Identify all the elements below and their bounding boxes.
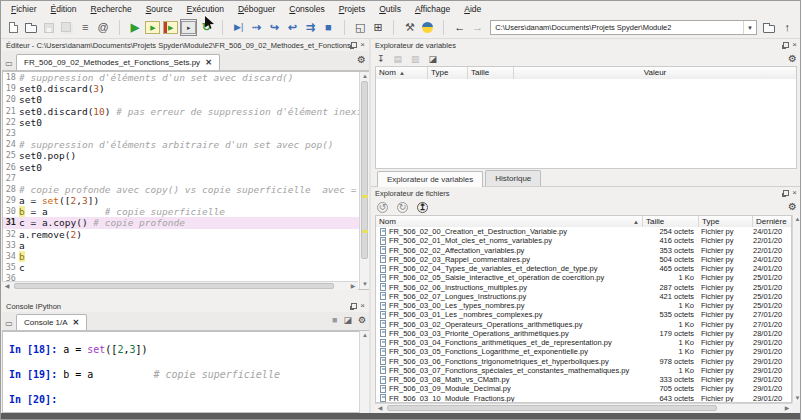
scroll-up-arrow-icon[interactable]: ▲ (793, 215, 801, 224)
parent-directory-icon[interactable]: ↥ (417, 202, 428, 213)
save-file-icon[interactable] (41, 19, 58, 36)
menu-deboguer[interactable]: Déboguer (232, 2, 281, 16)
save-all-icon[interactable] (59, 19, 76, 36)
file-row[interactable]: FR_506_02_06_Instructions_multiples.py28… (376, 283, 791, 292)
scrollbar-thumb[interactable] (387, 405, 717, 411)
file-row[interactable]: FR_506_02_02_Affectation_variables.py353… (376, 246, 791, 255)
debug-step-return-icon[interactable]: ↩ (284, 19, 301, 36)
file-row[interactable]: FR_506_02_05_Saisie_interactive_et_opéra… (376, 273, 791, 282)
save-data-icon[interactable]: ▤ (394, 54, 403, 64)
debug-stop-icon[interactable]: ■ (320, 19, 337, 36)
file-explorer-gear-icon[interactable]: ⚙ (788, 201, 797, 212)
menu-aide[interactable]: Aide (458, 2, 487, 16)
variable-table-body[interactable] (375, 79, 797, 169)
run-cell-advance-icon[interactable]: ▶ (162, 19, 179, 36)
file-switcher-icon[interactable]: ≡ (77, 19, 94, 36)
menu-projets[interactable]: Projets (333, 2, 371, 16)
file-row[interactable]: FR_506_03_08_Math_vs_CMath.py333 octetsF… (376, 375, 791, 384)
tab-close-icon[interactable]: ✕ (205, 58, 212, 67)
console-tab[interactable]: Console 1/A ✕ (16, 314, 87, 330)
menu-recherche[interactable]: Recherche (85, 2, 138, 16)
console-vertical-scrollbar[interactable]: ▲ (359, 331, 369, 413)
browse-tabs-icon[interactable]: ▭ (2, 319, 16, 330)
file-list-vertical-scrollbar[interactable]: ▲ ▼ (792, 215, 801, 403)
scroll-right-arrow-icon[interactable]: ▶ (782, 404, 792, 413)
close-icon[interactable]: × (360, 303, 365, 309)
browse-working-directory-icon[interactable] (761, 19, 778, 36)
parent-directory-icon[interactable]: ↑ (779, 19, 796, 36)
new-file-icon[interactable] (5, 19, 22, 36)
editor-file-tab[interactable]: FR_506_09_02_Methodes_et_Fonctions_Sets.… (16, 54, 220, 70)
import-data-icon[interactable]: ↧ (377, 54, 385, 64)
fullscreen-icon[interactable]: ⊞ (370, 19, 387, 36)
close-icon[interactable]: × (792, 190, 797, 196)
file-row[interactable]: FR_506_03_01_Les _nombres_complexes.py53… (376, 310, 791, 319)
debug-file-icon[interactable]: ▶| (230, 19, 247, 36)
undock-icon[interactable] (783, 190, 789, 196)
variable-explorer-gear-icon[interactable]: ⚙ (788, 53, 797, 64)
run-file-icon[interactable]: ▶ (127, 19, 144, 36)
file-row[interactable]: FR_506_02_04_Types_de_variables_et_detec… (376, 264, 791, 273)
scrollbar-thumb[interactable] (14, 283, 334, 289)
file-row[interactable]: FR_506_03_04_Fonctions_arithmétiques_et_… (376, 338, 791, 347)
file-row[interactable]: FR_506_03_02_Operateurs_Operations_arith… (376, 320, 791, 329)
file-list-horizontal-scrollbar[interactable]: ◀ ▶ (375, 403, 792, 412)
menu-outils[interactable]: Outils (373, 2, 407, 16)
file-row[interactable]: FR_506_03_06_Fonctions_trigonometriques_… (376, 357, 791, 366)
file-list[interactable]: FR_506_02_00_Creation_et_Destruction_Var… (375, 227, 792, 403)
scroll-left-arrow-icon[interactable]: ◀ (375, 404, 385, 413)
file-row[interactable]: FR_506_02_00_Creation_et_Destruction_Var… (376, 227, 791, 236)
console-options-gear-icon[interactable]: ⚙ (358, 315, 366, 325)
menu-edition[interactable]: Édition (45, 2, 83, 16)
browse-tabs-icon[interactable]: ▭ (2, 59, 16, 70)
undock-icon[interactable] (351, 42, 357, 48)
menu-source[interactable]: Source (140, 2, 179, 16)
scroll-down-arrow-icon[interactable]: ▼ (793, 394, 801, 403)
column-header-size[interactable]: Taille (468, 67, 514, 79)
editor-vertical-scrollbar[interactable]: ▲ ▼ (359, 72, 369, 289)
column-header-name[interactable]: Nom▲ (376, 67, 428, 79)
back-arrow-icon[interactable]: ← (451, 19, 468, 36)
file-row[interactable]: FR_506_02_01_Mot_cles_et_noms_variables.… (376, 236, 791, 245)
file-row[interactable]: FR_506_03_05_Fonctions_Logarithme_et_exp… (376, 347, 791, 356)
debug-step-into-icon[interactable]: ↪ (266, 19, 283, 36)
combo-dropdown-arrow-icon[interactable]: ▼ (743, 21, 756, 34)
column-header-value[interactable]: Valeur (514, 67, 796, 79)
open-file-icon[interactable] (23, 19, 40, 36)
tab-history[interactable]: Historique (485, 170, 541, 186)
menu-fichier[interactable]: Fichier (5, 2, 43, 16)
preferences-wrench-icon[interactable]: ⚒ (401, 19, 418, 36)
file-row[interactable]: FR_506_03_09_Module_Decimal.py705 octets… (376, 384, 791, 393)
undock-icon[interactable] (783, 42, 789, 48)
run-cell-icon[interactable]: ▶ (144, 19, 161, 36)
code-editor-area[interactable]: 18# suppression d'éléments d'un set avec… (2, 71, 369, 290)
menu-affichage[interactable]: Affichage (409, 2, 456, 16)
save-data-as-icon[interactable]: ▥ (411, 54, 420, 64)
close-icon[interactable]: × (792, 42, 797, 48)
file-row[interactable]: FR_506_03_00_Les _types_nombres.py1 KoFi… (376, 301, 791, 310)
close-icon[interactable]: × (360, 42, 365, 48)
file-row[interactable]: FR_506_03_10_Module_Fractions.py643 octe… (376, 394, 791, 403)
forward-arrow-icon[interactable]: → (469, 19, 486, 36)
debug-continue-icon[interactable]: ⇉ (302, 19, 319, 36)
tab-variable-explorer[interactable]: Explorateur de variables (377, 171, 483, 187)
working-directory-combobox[interactable]: C:\Users\danam\Documents\Projets Spyder\… (490, 20, 757, 35)
menu-consoles[interactable]: Consoles (283, 2, 330, 16)
scroll-right-arrow-icon[interactable]: ▶ (348, 282, 358, 291)
editor-horizontal-scrollbar[interactable]: ◀ ▶ (2, 281, 358, 290)
history-forward-icon[interactable]: ↻ (397, 202, 408, 213)
maximize-pane-icon[interactable]: ◱ (352, 19, 369, 36)
clear-console-icon[interactable]: ◪ (343, 315, 352, 325)
file-row[interactable]: FR_506_02_03_Rappel_commentaires.py504 o… (376, 255, 791, 264)
tab-close-icon[interactable]: ✕ (73, 318, 80, 327)
undock-icon[interactable] (351, 303, 357, 309)
editor-options-gear-icon[interactable]: ⚙ (357, 54, 366, 65)
debug-step-icon[interactable]: ⇢ (248, 19, 265, 36)
menu-execution[interactable]: Exécution (181, 2, 230, 16)
find-in-files-icon[interactable]: @ (95, 19, 112, 36)
python-logo-icon[interactable] (419, 19, 436, 36)
scroll-left-arrow-icon[interactable]: ◀ (2, 282, 12, 291)
interrupt-kernel-icon[interactable]: ■ (332, 315, 337, 325)
remove-variables-icon[interactable]: ◪ (429, 54, 438, 64)
history-back-icon[interactable]: ↺ (377, 202, 388, 213)
